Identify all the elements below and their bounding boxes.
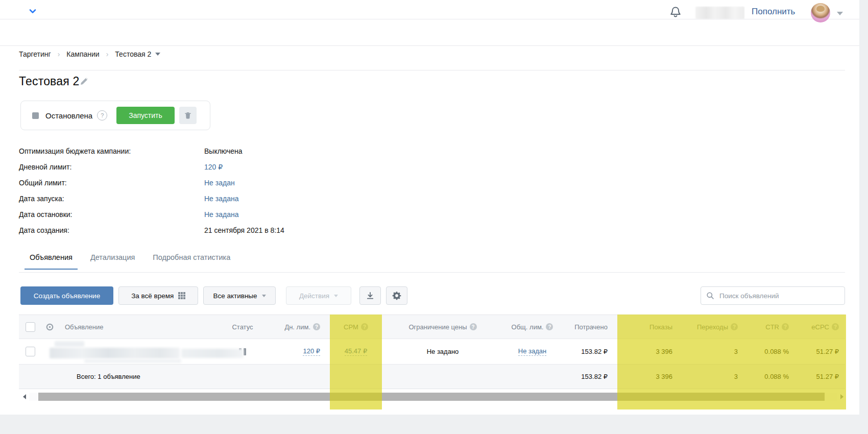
column-header-ecpc: eCPC [811,323,829,331]
avatar[interactable] [811,3,830,22]
gear-icon [392,291,401,300]
price-limit-value: Не задано [427,348,459,355]
detail-budget-optimization: Оптимизация бюджета кампании: Выключена [19,143,478,159]
trash-icon [184,111,192,119]
user-menu-chevron-down-icon[interactable] [837,12,843,15]
top-bar [0,19,859,46]
table-header-row: Объявление Статус Дн. лим.? CPM? Огранич… [19,315,845,339]
total-clicks: 3 [734,373,738,380]
select-all-checkbox[interactable] [26,322,35,332]
search-icon [706,292,714,300]
visibility-eye-icon[interactable] [45,323,54,331]
ctr-value: 0.088 % [764,348,789,355]
help-icon[interactable]: ? [313,323,320,330]
notifications-bell-icon[interactable] [669,6,682,19]
stopped-status-icon [32,112,39,119]
ecpc-value: 51.27 ₽ [816,348,839,355]
totals-label: Всего: 1 объявление [77,373,140,380]
search-input[interactable] [718,292,833,300]
create-ad-button[interactable]: Создать объявление [20,286,113,305]
help-icon[interactable]: ? [782,323,789,330]
account-balance-blurred [695,7,744,19]
column-header-status: Статус [232,323,253,331]
breadcrumb-separator-icon: › [106,50,109,58]
column-header-spent: Потрачено [574,323,608,331]
impressions-value: 3 396 [656,348,672,355]
help-icon[interactable]: ? [546,323,553,330]
calendar-grid-icon [178,292,185,299]
start-campaign-button[interactable]: Запустить [116,107,175,124]
menu-chevron-down-icon[interactable] [29,7,37,15]
cpm-value[interactable]: 45.47 ₽ [345,347,367,356]
chevron-down-icon [334,295,338,297]
chevron-down-icon [262,295,266,297]
search-ads-box [701,286,845,305]
breadcrumb-current-campaign[interactable]: Тестовая 2 [115,50,151,58]
column-header-clicks: Переходы [697,323,728,331]
campaign-status-card: Остановлена ? Запустить [20,101,210,130]
table-row: 120 ₽ 45.47 ₽ Не задано Не задан 153.82 … [19,339,845,365]
column-header-daily-limit: Дн. лим. [284,323,310,331]
help-icon[interactable]: ? [832,323,839,330]
tab-detailed-statistics[interactable]: Подробная статистика [152,251,231,270]
download-icon [366,291,375,300]
column-header-total-limit: Общ. лим. [512,323,544,331]
detail-created-date: Дата создания: 21 сентября 2021 в 8:14 [19,222,478,238]
breadcrumb-separator-icon: › [58,50,60,58]
page: Пополнить Таргетинг › Кампании › Тестова… [0,0,859,415]
detail-daily-limit: Дневной лимит: 120 ₽ [19,159,478,175]
detail-stop-date: Дата остановки: Не задана [19,206,478,222]
status-filter-dropdown[interactable]: Все активные [203,286,276,305]
scrollbar-thumb[interactable] [38,393,825,401]
page-title: Тестовая 2 [19,75,80,88]
total-ecpc: 51.27 ₽ [816,373,839,380]
period-selector-button[interactable]: За всё время [118,286,198,305]
tab-ads[interactable]: Объявления [29,251,73,270]
actions-dropdown-disabled: Действия [286,286,351,305]
help-icon[interactable]: ? [361,323,368,330]
breadcrumb-targeting[interactable]: Таргетинг [19,50,51,58]
export-download-button[interactable] [359,286,381,305]
help-icon[interactable]: ? [731,323,738,330]
table-settings-button[interactable] [386,286,407,305]
detail-total-limit: Общий лимит: Не задан [19,175,478,190]
clicks-value: 3 [734,348,738,355]
campaign-details: Оптимизация бюджета кампании: Выключена … [19,143,478,238]
topup-link[interactable]: Пополнить [752,7,795,17]
column-header-ad: Объявление [65,323,103,331]
divider [19,70,845,70]
detail-start-date: Дата запуска: Не задана [19,190,478,206]
status-label: Остановлена [45,111,92,120]
daily-limit-value[interactable]: 120 ₽ [303,347,320,356]
edit-title-pencil-icon[interactable] [80,77,89,86]
ad-name-blurred[interactable] [50,341,221,363]
table-footer-row: Всего: 1 объявление 153.82 ₽ 3 396 3 0.0… [19,365,845,389]
tab-detalization[interactable]: Детализация [90,251,135,270]
scrollbar-track[interactable] [29,393,837,401]
total-spent: 153.82 ₽ [581,373,608,380]
total-impressions: 3 396 [656,373,672,380]
help-icon[interactable]: ? [470,323,477,330]
total-limit-value[interactable]: Не задан [518,347,546,356]
breadcrumb-campaigns[interactable]: Кампании [66,50,99,58]
breadcrumb: Таргетинг › Кампании › Тестовая 2 [19,49,160,59]
ads-table: Объявление Статус Дн. лим.? CPM? Огранич… [19,315,845,389]
spent-value: 153.82 ₽ [581,348,608,355]
delete-campaign-button[interactable] [179,107,197,124]
column-header-price-limit: Ограничение цены [408,323,467,331]
row-checkbox[interactable] [26,347,35,356]
campaign-dropdown-caret-icon[interactable] [155,53,160,56]
scroll-left-arrow-icon[interactable] [23,394,26,399]
status-help-icon[interactable]: ? [97,110,107,120]
total-ctr: 0.088 % [764,373,789,380]
column-header-impressions: Показы [649,323,672,331]
column-header-cpm: CPM [344,323,358,331]
horizontal-scrollbar [19,390,845,403]
column-header-ctr: CTR [765,323,779,331]
tabs-divider [19,272,845,273]
tabs: Объявления Детализация Подробная статист… [29,251,231,270]
scroll-right-arrow-icon[interactable] [840,394,843,399]
